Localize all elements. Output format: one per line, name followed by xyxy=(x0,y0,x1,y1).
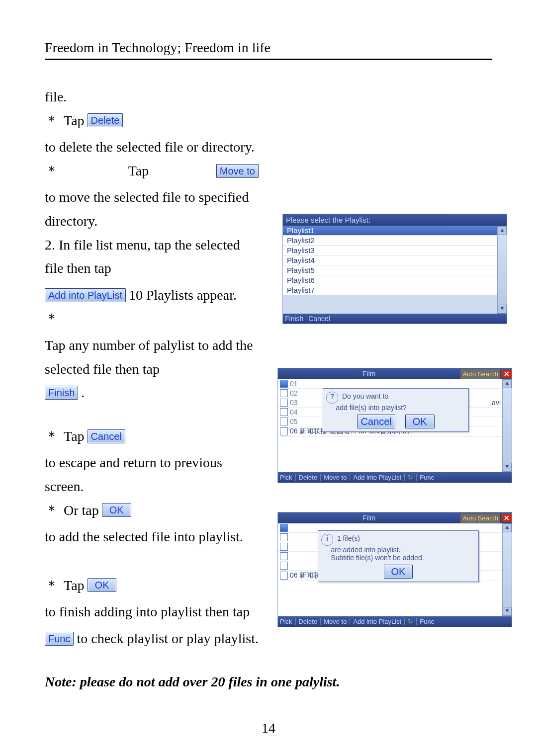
toolbar-pick[interactable]: Pick xyxy=(280,474,296,481)
dialog-text: are added into playlist. xyxy=(331,546,400,554)
info-dialog: i 1 file(s) are added into playlist. Sub… xyxy=(318,530,479,582)
scroll-down-icon[interactable]: ▼ xyxy=(503,463,512,472)
toolbar-delete[interactable]: Delete xyxy=(299,474,321,481)
row-num: 04 xyxy=(290,408,300,416)
dialog-title: Please select the Playlist: xyxy=(283,214,507,226)
checkbox-icon[interactable] xyxy=(280,389,288,397)
cancel-button[interactable]: Cancel xyxy=(308,315,330,323)
ok-button[interactable]: OK xyxy=(88,578,117,592)
scrollbar[interactable]: ▲ ▼ xyxy=(502,523,512,616)
toolbar-func[interactable]: Func xyxy=(420,474,437,481)
row-num: 05 xyxy=(290,418,300,425)
checkbox-icon[interactable] xyxy=(280,418,288,425)
checkbox-icon[interactable] xyxy=(280,552,288,560)
finish-button[interactable]: Finish xyxy=(285,315,303,323)
close-icon[interactable]: ✕ xyxy=(502,514,512,522)
list-item[interactable]: Playlist5 xyxy=(283,265,507,275)
checkbox-icon[interactable] xyxy=(280,533,288,541)
list-item[interactable]: Playlist3 xyxy=(283,246,507,255)
dialog-ok-button[interactable]: OK xyxy=(384,565,413,579)
scrollbar[interactable]: ▲ ▼ xyxy=(502,379,512,472)
asterisk-icon: ＊ xyxy=(45,424,59,448)
dialog-ok-button[interactable]: OK xyxy=(405,415,435,428)
titlebar: Film Auto Search ✕ xyxy=(278,512,512,523)
toolbar-delete[interactable]: Delete xyxy=(299,618,321,625)
scroll-down-icon[interactable]: ▼ xyxy=(498,305,507,314)
toolbar-moveto[interactable]: Move to xyxy=(324,474,350,481)
list-item[interactable]: Playlist1 xyxy=(283,226,507,236)
checkbox-icon[interactable] xyxy=(280,380,288,388)
add-into-playlist-button[interactable]: Add into PlayList xyxy=(45,288,126,302)
auto-search-button[interactable]: Auto Search xyxy=(460,369,501,379)
scroll-up-icon[interactable]: ▲ xyxy=(503,379,512,388)
text: 10 Playlists appear. xyxy=(129,283,237,307)
checkbox-icon[interactable] xyxy=(280,408,288,416)
func-button[interactable]: Func xyxy=(45,632,74,646)
scroll-up-icon[interactable]: ▲ xyxy=(503,523,512,532)
asterisk-icon: ＊ xyxy=(45,159,59,183)
para-cancel: ＊ Tap Cancel to escape and return to pre… xyxy=(45,424,259,499)
list-item[interactable]: Playlist7 xyxy=(283,285,507,295)
row-num: 03 xyxy=(290,399,300,407)
finish-button[interactable]: Finish xyxy=(45,386,78,400)
note-text: Note: please do not add over 20 files in… xyxy=(45,670,492,694)
list-item[interactable]: Playlist2 xyxy=(283,236,507,246)
question-icon: ? xyxy=(326,392,338,404)
auto-search-button[interactable]: Auto Search xyxy=(460,513,501,523)
header-rule xyxy=(45,59,492,60)
toolbar-pick[interactable]: Pick xyxy=(280,618,296,625)
checkbox-icon[interactable] xyxy=(280,399,288,407)
para-delete: ＊ Tap Delete to delete the selected file… xyxy=(45,109,259,159)
scroll-up-icon[interactable]: ▲ xyxy=(498,226,507,235)
delete-button[interactable]: Delete xyxy=(88,113,123,127)
cancel-button[interactable]: Cancel xyxy=(88,429,125,443)
para-finish-func: ＊ Tap OK to finish adding into playlist … xyxy=(45,574,259,651)
refresh-icon[interactable]: ↻ xyxy=(408,618,417,625)
page-number: 14 xyxy=(0,720,537,736)
scroll-down-icon[interactable]: ▼ xyxy=(503,607,512,616)
line-file: file. xyxy=(45,85,259,109)
toolbar-add-playlist[interactable]: Add into PlayList xyxy=(353,474,405,481)
para-or-ok: ＊ Or tap OK to add the selected file int… xyxy=(45,499,259,549)
text: 2. In file list menu, tap the selected f… xyxy=(45,233,259,280)
para-finish: Finish . xyxy=(45,381,259,405)
checkbox-icon[interactable] xyxy=(280,427,288,435)
close-icon[interactable]: ✕ xyxy=(502,370,512,378)
list-item[interactable]: Playlist4 xyxy=(283,255,507,265)
para-addplaylist: 2. In file list menu, tap the selected f… xyxy=(45,233,259,307)
checkbox-icon[interactable] xyxy=(280,543,288,551)
confirm-dialog: ? Do you want to add file(s) into playli… xyxy=(323,388,469,432)
toolbar-moveto[interactable]: Move to xyxy=(324,618,350,625)
checkbox-icon[interactable] xyxy=(280,562,288,570)
checkbox-icon[interactable] xyxy=(280,524,288,532)
dialog-text: Do you want to xyxy=(342,392,388,400)
film-added-dialog: Film Auto Search ✕ ⇧ 06 新闻联播-爱国者...-MP3和… xyxy=(277,512,512,627)
text: Tap xyxy=(64,574,85,597)
text: . xyxy=(81,381,85,405)
running-header: Freedom in Technology; Freedom in life xyxy=(45,40,492,59)
asterisk-icon: ＊ xyxy=(45,574,59,597)
playlist-list: Playlist1 Playlist2 Playlist3 Playlist4 … xyxy=(283,226,507,295)
refresh-icon[interactable]: ↻ xyxy=(408,474,417,481)
info-icon: i xyxy=(321,534,333,546)
moveto-button[interactable]: Move to xyxy=(216,164,259,178)
titlebar: Film Auto Search ✕ xyxy=(278,368,512,379)
ok-button[interactable]: OK xyxy=(102,503,131,517)
row-num: 02 xyxy=(290,389,300,397)
asterisk-icon: ＊ xyxy=(45,109,59,133)
dialog-text: Subtitle file(s) won't be added. xyxy=(331,554,424,562)
film-confirm-dialog: Film Auto Search ✕ ⇧ 01 02 03.avi 04 05 … xyxy=(277,368,512,483)
toolbar-add-playlist[interactable]: Add into PlayList xyxy=(353,618,405,625)
scrollbar[interactable]: ▲ ▼ xyxy=(497,226,507,314)
asterisk-icon: ＊ xyxy=(45,499,59,522)
toolbar-func[interactable]: Func xyxy=(420,618,437,625)
text: Tap xyxy=(128,159,149,183)
para-moveto: ＊ Tap Move to to move the selected file … xyxy=(45,159,259,233)
list-item[interactable]: Playlist6 xyxy=(283,275,507,285)
text: to escape and return to previous screen. xyxy=(45,451,259,498)
text: Tap xyxy=(64,109,85,133)
toolbar: Pick Delete Move to Add into PlayList ↻ … xyxy=(278,616,512,627)
text: to finish adding into playlist then tap xyxy=(45,600,250,624)
checkbox-icon[interactable] xyxy=(280,572,288,580)
dialog-cancel-button[interactable]: Cancel xyxy=(357,415,395,428)
